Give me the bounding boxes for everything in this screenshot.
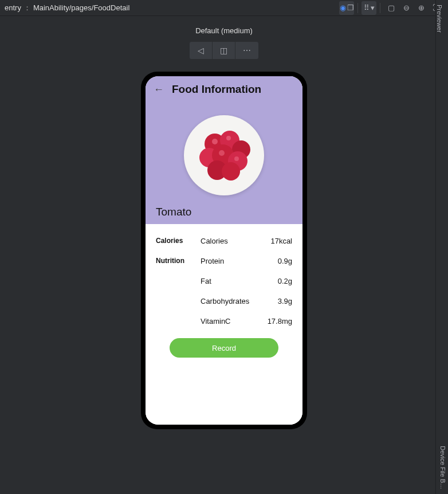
- svg-point-11: [219, 150, 225, 156]
- section-calories-label: Calories: [156, 237, 196, 245]
- app-titlebar: ← Food Information: [154, 83, 294, 96]
- eye-icon: ◉: [340, 3, 346, 12]
- food-name: Tomato: [154, 206, 294, 218]
- grid-icon: ⠿: [364, 3, 370, 12]
- food-plate: [184, 115, 264, 195]
- split-mode-button[interactable]: ◫: [213, 42, 235, 59]
- toolbar-icons: ◉ ❐ ⠿ ▾ ▢ ⊖ ⊕ ⛶: [339, 1, 443, 15]
- record-button[interactable]: Record: [170, 338, 278, 358]
- section-empty: [156, 277, 196, 285]
- tomato-image: [190, 121, 258, 190]
- zoom-in-button[interactable]: ⊕: [414, 1, 429, 15]
- arrow-left-icon: ←: [154, 84, 164, 95]
- zoom-out-button[interactable]: ⊖: [399, 1, 414, 15]
- nutrient-name: Protein: [201, 257, 263, 265]
- device-profile-label: Default (medium): [195, 26, 253, 35]
- nutrient-value: 0.9g: [268, 257, 292, 265]
- view-mode-toggle[interactable]: ◉ ❐: [339, 1, 354, 15]
- device-screen: ← Food Information: [146, 76, 302, 425]
- chevron-down-icon: ▾: [371, 3, 375, 12]
- food-image-wrap: [154, 115, 294, 195]
- svg-point-10: [226, 136, 231, 140]
- nutrient-name: VitaminC: [201, 317, 263, 326]
- app-body: Calories Calories 17kcal Nutrition Prote…: [146, 224, 302, 425]
- section-nutrition-label: Nutrition: [156, 257, 196, 265]
- breadcrumb-path: MainAbility/pages/FoodDetail: [33, 3, 129, 12]
- nutrient-name: Fat: [201, 277, 263, 285]
- crop-button[interactable]: ▢: [384, 1, 399, 15]
- section-empty: [156, 297, 196, 305]
- svg-point-9: [212, 139, 218, 144]
- nutrient-value: 3.9g: [268, 297, 292, 305]
- breadcrumb-sep: ：: [23, 3, 31, 12]
- device-frame: ← Food Information: [141, 72, 307, 429]
- grid-dropdown[interactable]: ⠿ ▾: [361, 1, 376, 15]
- breadcrumb-root: entry: [5, 3, 21, 12]
- toolbar-divider: [380, 3, 380, 13]
- svg-point-12: [234, 156, 239, 161]
- nutrition-grid: Calories Calories 17kcal Nutrition Prote…: [156, 237, 292, 326]
- preview-mode-toolbar: ◁ ◫ ⋯: [190, 42, 258, 59]
- breadcrumb: entry：MainAbility/pages/FoodDetail: [5, 3, 339, 13]
- svg-point-8: [222, 162, 240, 181]
- split-icon: ◫: [220, 46, 227, 55]
- app-header: ← Food Information: [146, 76, 302, 224]
- nutrient-value: 0.2g: [268, 277, 292, 285]
- toolbar-divider: [357, 3, 358, 13]
- ide-top-bar: entry：MainAbility/pages/FoodDetail ◉ ❐ ⠿…: [0, 0, 448, 16]
- nutrient-name: Carbohydrates: [201, 297, 263, 305]
- nutrient-value: 17.8mg: [268, 317, 292, 326]
- crop-icon: ▢: [388, 3, 395, 12]
- more-icon: ⋯: [243, 46, 251, 55]
- back-mode-button[interactable]: ◁: [190, 42, 213, 59]
- record-button-label: Record: [212, 344, 236, 352]
- section-empty: [156, 317, 196, 326]
- zoom-in-icon: ⊕: [418, 3, 425, 12]
- preview-canvas: Default (medium) ◁ ◫ ⋯ ← Food Informatio…: [0, 16, 448, 494]
- layers-icon: ❐: [347, 3, 354, 12]
- zoom-out-icon: ⊖: [403, 3, 410, 12]
- back-button[interactable]: ←: [154, 84, 164, 96]
- triangle-left-icon: ◁: [198, 46, 204, 55]
- nutrient-value: 17kcal: [268, 237, 292, 245]
- nutrient-name: Calories: [201, 237, 263, 245]
- page-title: Food Information: [172, 83, 261, 96]
- more-mode-button[interactable]: ⋯: [235, 42, 258, 59]
